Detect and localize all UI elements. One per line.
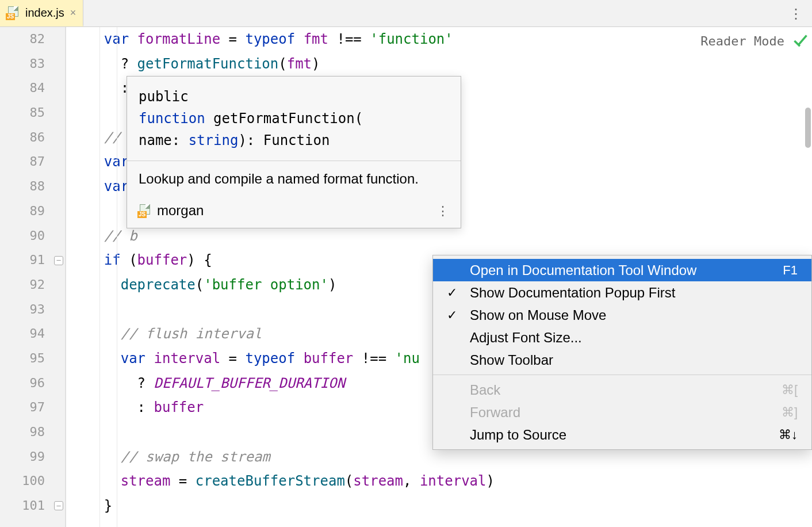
checkmark-icon: ✓	[447, 304, 457, 326]
line-number: 91–	[0, 248, 65, 273]
menu-item-label: Adjust Font Size...	[470, 326, 582, 349]
doc-source[interactable]: JS morgan	[139, 203, 204, 219]
scrollbar-thumb[interactable]	[805, 108, 811, 148]
code-line[interactable]: ? getFormatFunction(fmt)	[66, 52, 812, 77]
menu-item-label: Show Toolbar	[470, 349, 553, 371]
menu-shortcut: ⌘[	[782, 379, 798, 401]
menu-shortcut: ⌘]	[782, 401, 798, 423]
tab-bar-more-icon[interactable]: ⋮	[789, 6, 802, 22]
checkmark-icon: ✓	[447, 281, 457, 304]
doc-more-icon[interactable]: ⋮	[436, 204, 449, 218]
doc-description: Lookup and compile a named format functi…	[127, 161, 461, 197]
line-number: 99	[0, 445, 65, 469]
line-number: 87	[0, 150, 65, 174]
gutter: 82 83 84 85 86 87 88 89 90 91– 92 93 94 …	[0, 27, 66, 527]
line-number: 90	[0, 224, 65, 249]
menu-item-label: Show Documentation Popup First	[470, 281, 676, 304]
menu-item-label: Back	[470, 379, 500, 401]
inspections-ok-icon[interactable]	[792, 33, 806, 47]
menu-item-label: Show on Mouse Move	[470, 304, 606, 326]
line-number: 86	[0, 125, 65, 150]
menu-show-toolbar[interactable]: Show Toolbar	[433, 349, 811, 371]
code-line[interactable]: }	[66, 494, 812, 518]
fold-toggle-icon[interactable]: –	[54, 501, 63, 510]
file-tab[interactable]: JS index.js ×	[0, 0, 83, 26]
line-number: 83	[0, 52, 65, 77]
line-number: 98	[0, 420, 65, 445]
menu-show-doc-popup-first[interactable]: ✓ Show Documentation Popup First	[433, 281, 811, 304]
line-number: 88	[0, 174, 65, 199]
menu-item-label: Forward	[470, 401, 520, 423]
menu-separator	[433, 375, 811, 375]
line-number: 85	[0, 101, 65, 125]
menu-shortcut: F1	[783, 259, 798, 281]
fold-toggle-icon[interactable]: –	[54, 256, 63, 265]
line-number: 101–	[0, 494, 65, 518]
doc-signature: public function getFormatFunction( name:…	[127, 77, 461, 161]
line-number: 89	[0, 199, 65, 224]
menu-item-label: Jump to Source	[470, 423, 566, 446]
line-number: 82	[0, 27, 65, 52]
menu-show-on-mouse-move[interactable]: ✓ Show on Mouse Move	[433, 304, 811, 326]
line-number: 94	[0, 322, 65, 346]
menu-shortcut: ⌘↓	[779, 423, 798, 446]
js-file-icon: JS	[139, 204, 151, 217]
menu-jump-to-source[interactable]: Jump to Source ⌘↓	[433, 423, 811, 446]
line-number: 96	[0, 371, 65, 396]
line-number: 84	[0, 76, 65, 101]
line-number: 100	[0, 469, 65, 494]
line-number: 95	[0, 346, 65, 371]
line-number: 97	[0, 395, 65, 420]
menu-forward: Forward ⌘]	[433, 401, 811, 423]
tab-filename: index.js	[25, 6, 64, 20]
line-number: 93	[0, 297, 65, 322]
reader-mode-toggle[interactable]: Reader Mode	[700, 34, 784, 48]
code-line[interactable]: stream = createBufferStream(stream, inte…	[66, 469, 812, 494]
documentation-popup: public function getFormatFunction( name:…	[127, 76, 461, 228]
line-number: 92	[0, 273, 65, 297]
js-file-icon: JS	[7, 6, 20, 19]
context-menu: Open in Documentation Tool Window F1 ✓ S…	[432, 255, 812, 450]
menu-adjust-font-size[interactable]: Adjust Font Size...	[433, 326, 811, 349]
menu-back: Back ⌘[	[433, 379, 811, 401]
tab-bar: JS index.js × ⋮	[0, 0, 812, 27]
menu-item-label: Open in Documentation Tool Window	[470, 259, 696, 281]
close-icon[interactable]: ×	[70, 7, 76, 19]
menu-open-doc-tool-window[interactable]: Open in Documentation Tool Window F1	[433, 259, 811, 281]
